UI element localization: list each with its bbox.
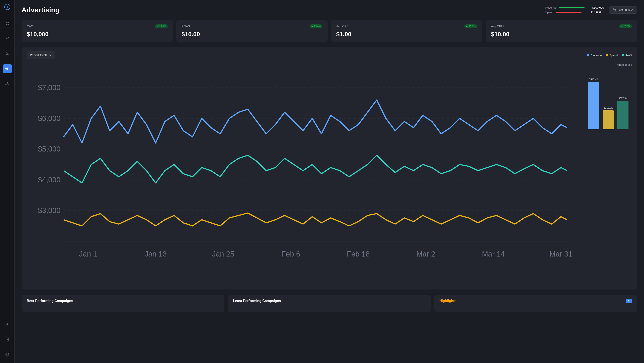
svg-line-13 bbox=[8, 84, 8, 84]
chart-dropdown-label: Period Totals bbox=[30, 54, 48, 57]
revenue-legend-label: Revenue bbox=[545, 6, 556, 9]
svg-text:Jan 13: Jan 13 bbox=[144, 250, 167, 258]
sidebar: k bbox=[0, 0, 15, 363]
revenue-legend-item: Revenue $100,000 bbox=[545, 6, 604, 9]
main-content: Advertising Revenue $100,000 Spend $10,0… bbox=[15, 0, 644, 363]
bar-revenue-value: $543.4K bbox=[589, 78, 598, 80]
svg-text:k: k bbox=[6, 5, 8, 8]
kpi-avg-cpm-label: Avg CPM bbox=[491, 24, 504, 28]
kpi-avg-cpc-badge: 25.0% bbox=[464, 24, 477, 28]
page-header: Advertising Revenue $100,000 Spend $10,0… bbox=[22, 6, 637, 14]
svg-rect-4 bbox=[6, 24, 7, 25]
svg-rect-19 bbox=[613, 9, 616, 11]
svg-text:Mar 2: Mar 2 bbox=[416, 250, 435, 258]
spend-legend-value: $10,000 bbox=[584, 10, 601, 14]
svg-text:$3,000: $3,000 bbox=[38, 206, 60, 214]
revenue-legend-bar bbox=[559, 7, 584, 8]
kpi-row: CAC 25.0% $10,000 ROAS 25.0% $10.00 Avg … bbox=[22, 20, 637, 42]
kpi-roas-value: $10.00 bbox=[182, 31, 322, 38]
chart-header: Period Totals Revenue Spend Profit bbox=[27, 52, 632, 59]
kpi-roas-badge: 25.0% bbox=[310, 24, 322, 28]
kpi-avg-cpc-value: $1.00 bbox=[336, 31, 477, 38]
svg-rect-6 bbox=[6, 68, 6, 69]
sidebar-item-analytics[interactable] bbox=[3, 34, 12, 43]
dot-revenue bbox=[587, 54, 589, 56]
kpi-avg-cpm-badge: 25.0% bbox=[619, 24, 632, 28]
bar-profit: $327.5K bbox=[617, 76, 628, 129]
kpi-cac-badge: 25.0% bbox=[155, 24, 168, 28]
svg-point-8 bbox=[7, 82, 8, 83]
bar-profit-bar bbox=[617, 101, 628, 129]
line-chart-svg: $7,000 $6,000 $5,000 $4,000 $3,000 Jan 1… bbox=[27, 63, 579, 284]
svg-text:Jan 25: Jan 25 bbox=[212, 250, 234, 258]
sidebar-item-bolt[interactable] bbox=[3, 320, 12, 329]
revenue-legend-value: $100,000 bbox=[587, 6, 604, 9]
svg-text:Feb 6: Feb 6 bbox=[281, 250, 300, 258]
bar-chart-area: Period Totals $543.4K $215.9K $327.5K bbox=[584, 63, 632, 285]
svg-text:Feb 18: Feb 18 bbox=[347, 250, 370, 258]
chart-section: Period Totals Revenue Spend Profit bbox=[22, 47, 637, 290]
sidebar-item-advertising[interactable] bbox=[3, 64, 12, 73]
svg-text:$6,000: $6,000 bbox=[38, 114, 60, 122]
svg-text:Mar 14: Mar 14 bbox=[482, 250, 505, 258]
bar-spend-bar bbox=[602, 110, 614, 129]
kpi-card-roas: ROAS 25.0% $10.00 bbox=[176, 20, 328, 42]
header-legend: Revenue $100,000 Spend $10,000 bbox=[545, 6, 604, 14]
dot-profit bbox=[622, 54, 624, 56]
sidebar-item-dashboard[interactable] bbox=[3, 19, 12, 28]
svg-text:$5,000: $5,000 bbox=[38, 145, 60, 153]
bar-spend: $215.9K bbox=[602, 76, 614, 129]
svg-line-12 bbox=[6, 84, 7, 84]
svg-text:$7,000: $7,000 bbox=[38, 84, 60, 92]
svg-rect-5 bbox=[8, 24, 9, 25]
legend-profit-label: Profit bbox=[626, 54, 632, 57]
spend-legend-item: Spend $10,000 bbox=[545, 10, 604, 14]
chart-legend: Revenue Spend Profit bbox=[587, 54, 632, 57]
trend-up-icon-3 bbox=[466, 25, 468, 28]
kpi-roas-label: ROAS bbox=[182, 24, 190, 28]
chart-container: $7,000 $6,000 $5,000 $4,000 $3,000 Jan 1… bbox=[27, 63, 632, 285]
least-campaigns-card: Least Performing Campaigns bbox=[228, 295, 431, 312]
bottom-row: Best Performing Campaigns Least Performi… bbox=[22, 295, 637, 312]
svg-text:Jan 1: Jan 1 bbox=[79, 250, 97, 258]
date-filter-button[interactable]: Last 30 days bbox=[609, 6, 637, 14]
best-campaigns-title: Best Performing Campaigns bbox=[27, 299, 219, 303]
ai-badge: AI bbox=[626, 299, 632, 303]
chart-dropdown[interactable]: Period Totals bbox=[27, 52, 55, 59]
svg-rect-2 bbox=[6, 22, 7, 23]
trend-up-icon-4 bbox=[621, 25, 623, 28]
sidebar-item-settings[interactable] bbox=[3, 350, 12, 359]
svg-text:Mar 31: Mar 31 bbox=[550, 250, 572, 258]
svg-point-9 bbox=[6, 84, 6, 85]
svg-text:$4,000: $4,000 bbox=[38, 176, 60, 184]
least-campaigns-title: Least Performing Campaigns bbox=[233, 299, 426, 303]
highlights-title: Highlights bbox=[440, 299, 456, 303]
bar-revenue: $543.4K bbox=[588, 78, 599, 129]
kpi-card-avg-cpm: Avg CPM 25.0% $10.00 bbox=[486, 20, 637, 42]
sidebar-item-integrations[interactable] bbox=[3, 79, 12, 88]
sidebar-item-flows[interactable] bbox=[3, 49, 12, 58]
svg-point-10 bbox=[8, 84, 9, 85]
kpi-card-avg-cpc: Avg CPC 25.0% $1.00 bbox=[331, 20, 482, 42]
bar-revenue-bar bbox=[588, 82, 599, 129]
spend-legend-bar bbox=[556, 12, 582, 13]
page-title: Advertising bbox=[22, 6, 60, 14]
kpi-card-cac: CAC 25.0% $10,000 bbox=[22, 20, 173, 42]
legend-profit: Profit bbox=[622, 54, 632, 57]
chevron-down-icon bbox=[49, 54, 52, 56]
legend-revenue: Revenue bbox=[587, 54, 602, 57]
spend-legend-label: Spend bbox=[545, 10, 554, 14]
trend-up-icon bbox=[156, 25, 159, 28]
kpi-cac-value: $10,000 bbox=[27, 31, 168, 38]
best-campaigns-card: Best Performing Campaigns bbox=[22, 295, 224, 312]
sidebar-item-reports[interactable] bbox=[3, 335, 12, 344]
svg-point-18 bbox=[7, 354, 8, 355]
kpi-avg-cpm-value: $10.00 bbox=[491, 31, 632, 38]
app-logo: k bbox=[4, 4, 10, 11]
legend-revenue-label: Revenue bbox=[590, 54, 602, 57]
bar-spend-value: $215.9K bbox=[604, 106, 613, 109]
date-filter-label: Last 30 days bbox=[618, 8, 634, 12]
legend-spend: Spend bbox=[606, 54, 618, 57]
dot-spend bbox=[606, 54, 608, 56]
line-chart-area: $7,000 $6,000 $5,000 $4,000 $3,000 Jan 1… bbox=[27, 63, 579, 285]
